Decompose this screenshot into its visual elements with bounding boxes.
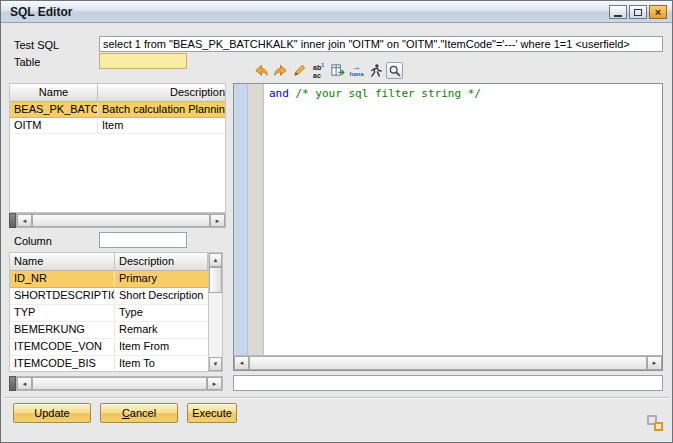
table-name-cell: BEAS_PK_BATCHKALK xyxy=(10,102,98,117)
scroll-left-button[interactable]: ◄ xyxy=(234,356,249,370)
redo-icon xyxy=(273,63,288,78)
titlebar[interactable]: SQL Editor × xyxy=(1,1,672,23)
column-name-cell: ID_NR xyxy=(10,271,115,287)
update-button-label: Update xyxy=(34,407,69,419)
sql-comment: /* your sql filter string */ xyxy=(296,87,481,100)
scroll-right-icon: ► xyxy=(652,360,658,366)
code-editor-main: and /* your sql filter string */ xyxy=(234,84,662,355)
table-row[interactable]: BEAS_PK_BATCHKALK Batch calculation Plan… xyxy=(10,102,225,118)
window-title: SQL Editor xyxy=(1,5,72,19)
resize-grip[interactable] xyxy=(647,415,663,431)
to-hana-button[interactable]: → hana xyxy=(348,62,365,79)
resize-grip-accent xyxy=(654,422,663,431)
column-name-cell: ITEMCODE_VON xyxy=(10,339,115,355)
editor-margin-gray xyxy=(248,84,264,355)
export-table-button[interactable] xyxy=(329,62,346,79)
bottom-text-input[interactable] xyxy=(233,375,663,391)
replace-icon: ab1 ac xyxy=(313,62,324,78)
scroll-left-icon: ◄ xyxy=(22,218,28,224)
table-description-cell: Batch calculation Planning xyxy=(98,102,225,117)
columns-header-name[interactable]: Name xyxy=(10,253,115,271)
editor-margin-blue xyxy=(234,84,248,355)
tables-header-description[interactable]: Description xyxy=(98,84,226,102)
columns-grid-header: Name Description xyxy=(10,253,208,271)
columns-grid-vscrollbar[interactable]: ▲ ▼ xyxy=(208,253,222,371)
table-description-cell: Item xyxy=(98,118,225,133)
scroll-thumb[interactable] xyxy=(249,356,647,370)
table-row[interactable]: OITM Item xyxy=(10,118,225,134)
column-name-cell: SHORTDESCRIPTION xyxy=(10,288,115,304)
columns-grid: Name Description ID_NR Primary SHORTDESC… xyxy=(9,252,223,372)
minimize-button[interactable] xyxy=(609,5,627,19)
column-row[interactable]: TYP Type xyxy=(10,305,208,322)
columns-header-description[interactable]: Description xyxy=(115,253,208,271)
column-name-cell: BEMERKUNG xyxy=(10,322,115,338)
editor-toolbar: ab1 ac → hana xyxy=(253,61,403,80)
scroll-left-icon: ◄ xyxy=(239,360,245,366)
scroll-right-button[interactable]: ► xyxy=(207,377,222,390)
bottom-divider xyxy=(4,397,669,399)
code-area[interactable]: and /* your sql filter string */ xyxy=(264,84,662,355)
sql-code-editor: and /* your sql filter string */ ◄ ► xyxy=(233,83,663,371)
scroll-up-button[interactable]: ▲ xyxy=(209,253,222,267)
search-icon xyxy=(388,64,402,78)
run-button[interactable] xyxy=(367,62,384,79)
table-input[interactable] xyxy=(99,53,187,69)
close-button[interactable]: × xyxy=(649,5,667,19)
scroll-right-icon: ► xyxy=(212,381,218,387)
scroll-left-button[interactable]: ◄ xyxy=(17,377,32,390)
column-row[interactable]: SHORTDESCRIPTION Short Description xyxy=(10,288,208,305)
scroll-down-button[interactable]: ▼ xyxy=(209,357,222,371)
column-description-cell: Type xyxy=(115,305,208,321)
scroll-right-button[interactable]: ► xyxy=(647,356,662,370)
column-label: Column xyxy=(14,235,52,247)
pencil-icon xyxy=(292,63,307,78)
undo-button[interactable] xyxy=(253,62,270,79)
scroll-thumb[interactable] xyxy=(32,377,207,390)
columns-grid-hscrollbar[interactable]: ◄ ► xyxy=(16,376,223,391)
scroll-track[interactable] xyxy=(209,293,222,357)
table-label: Table xyxy=(14,56,40,68)
column-input[interactable] xyxy=(99,232,187,248)
column-row[interactable]: ID_NR Primary xyxy=(10,271,208,288)
tables-grid-hscrollbar[interactable]: ◄ ► xyxy=(16,213,226,228)
sql-editor-window: SQL Editor × Test SQL Table ab1 ac xyxy=(0,0,673,443)
to-hana-icon: → hana xyxy=(349,64,363,78)
splitter-grip[interactable] xyxy=(9,376,16,391)
column-row[interactable]: BEMERKUNG Remark xyxy=(10,322,208,339)
columns-grid-body: Name Description ID_NR Primary SHORTDESC… xyxy=(10,253,208,371)
update-button[interactable]: Update xyxy=(13,403,91,423)
column-row[interactable]: ITEMCODE_VON Item From xyxy=(10,339,208,356)
column-description-cell: Remark xyxy=(115,322,208,338)
scroll-right-icon: ► xyxy=(215,218,221,224)
execute-button-label: Execute xyxy=(192,407,232,419)
execute-button[interactable]: Execute xyxy=(187,403,237,423)
column-name-cell: ITEMCODE_BIS xyxy=(10,356,115,372)
scroll-thumb[interactable] xyxy=(209,267,222,293)
column-row[interactable]: ITEMCODE_BIS Item To xyxy=(10,356,208,372)
scroll-left-icon: ◄ xyxy=(22,381,28,387)
scroll-left-button[interactable]: ◄ xyxy=(17,214,32,227)
scroll-down-icon: ▼ xyxy=(213,361,219,367)
table-name-cell: OITM xyxy=(10,118,98,133)
column-description-cell: Item To xyxy=(115,356,208,372)
search-button[interactable] xyxy=(386,62,403,79)
scroll-thumb[interactable] xyxy=(32,214,210,227)
cancel-button[interactable]: Cancel xyxy=(100,403,178,423)
edit-button[interactable] xyxy=(291,62,308,79)
minimize-icon xyxy=(614,15,622,17)
splitter-grip[interactable] xyxy=(9,213,16,228)
undo-icon xyxy=(254,63,269,78)
running-man-icon xyxy=(368,63,383,78)
tables-header-name[interactable]: Name xyxy=(10,84,98,102)
scroll-right-button[interactable]: ► xyxy=(210,214,225,227)
cancel-button-label: ancel xyxy=(130,407,156,419)
restore-button[interactable] xyxy=(629,5,647,19)
column-description-cell: Primary xyxy=(115,271,208,287)
redo-button[interactable] xyxy=(272,62,289,79)
export-table-icon xyxy=(330,63,345,78)
cancel-button-accel: C xyxy=(122,407,130,419)
test-sql-input[interactable] xyxy=(99,36,663,52)
editor-hscrollbar[interactable]: ◄ ► xyxy=(234,355,662,370)
replace-button[interactable]: ab1 ac xyxy=(310,62,327,79)
